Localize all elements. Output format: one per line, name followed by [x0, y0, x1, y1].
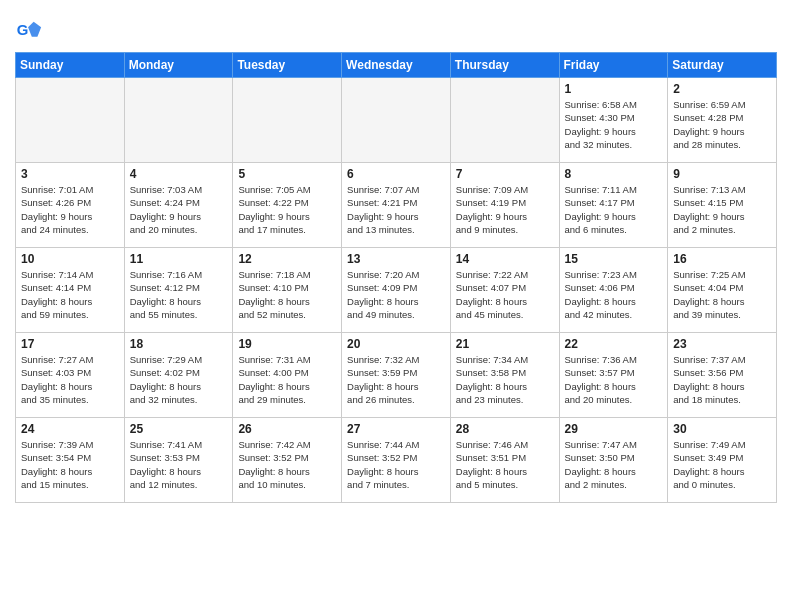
calendar-table: SundayMondayTuesdayWednesdayThursdayFrid…: [15, 52, 777, 503]
day-info: Sunrise: 7:37 AMSunset: 3:56 PMDaylight:…: [673, 353, 771, 406]
calendar-cell: [233, 78, 342, 163]
day-number: 16: [673, 252, 771, 266]
calendar-cell: 11Sunrise: 7:16 AMSunset: 4:12 PMDayligh…: [124, 248, 233, 333]
day-info: Sunrise: 7:25 AMSunset: 4:04 PMDaylight:…: [673, 268, 771, 321]
day-info: Sunrise: 7:41 AMSunset: 3:53 PMDaylight:…: [130, 438, 228, 491]
day-number: 3: [21, 167, 119, 181]
calendar-cell: 2Sunrise: 6:59 AMSunset: 4:28 PMDaylight…: [668, 78, 777, 163]
weekday-header-friday: Friday: [559, 53, 668, 78]
logo-icon: G: [15, 18, 43, 46]
weekday-header-monday: Monday: [124, 53, 233, 78]
calendar-cell: 3Sunrise: 7:01 AMSunset: 4:26 PMDaylight…: [16, 163, 125, 248]
calendar-cell: 19Sunrise: 7:31 AMSunset: 4:00 PMDayligh…: [233, 333, 342, 418]
day-number: 1: [565, 82, 663, 96]
day-info: Sunrise: 6:59 AMSunset: 4:28 PMDaylight:…: [673, 98, 771, 151]
weekday-header-wednesday: Wednesday: [342, 53, 451, 78]
calendar-cell: 14Sunrise: 7:22 AMSunset: 4:07 PMDayligh…: [450, 248, 559, 333]
day-number: 6: [347, 167, 445, 181]
svg-marker-1: [28, 22, 41, 37]
calendar-cell: [342, 78, 451, 163]
day-info: Sunrise: 7:03 AMSunset: 4:24 PMDaylight:…: [130, 183, 228, 236]
calendar-cell: 24Sunrise: 7:39 AMSunset: 3:54 PMDayligh…: [16, 418, 125, 503]
day-number: 12: [238, 252, 336, 266]
calendar-cell: 4Sunrise: 7:03 AMSunset: 4:24 PMDaylight…: [124, 163, 233, 248]
day-number: 27: [347, 422, 445, 436]
calendar-cell: 5Sunrise: 7:05 AMSunset: 4:22 PMDaylight…: [233, 163, 342, 248]
day-number: 17: [21, 337, 119, 351]
day-info: Sunrise: 7:29 AMSunset: 4:02 PMDaylight:…: [130, 353, 228, 406]
day-number: 11: [130, 252, 228, 266]
calendar-cell: 28Sunrise: 7:46 AMSunset: 3:51 PMDayligh…: [450, 418, 559, 503]
week-row-4: 24Sunrise: 7:39 AMSunset: 3:54 PMDayligh…: [16, 418, 777, 503]
calendar-cell: [450, 78, 559, 163]
calendar-cell: 12Sunrise: 7:18 AMSunset: 4:10 PMDayligh…: [233, 248, 342, 333]
calendar-cell: [124, 78, 233, 163]
calendar-cell: 13Sunrise: 7:20 AMSunset: 4:09 PMDayligh…: [342, 248, 451, 333]
calendar-cell: 9Sunrise: 7:13 AMSunset: 4:15 PMDaylight…: [668, 163, 777, 248]
day-info: Sunrise: 7:22 AMSunset: 4:07 PMDaylight:…: [456, 268, 554, 321]
day-info: Sunrise: 7:27 AMSunset: 4:03 PMDaylight:…: [21, 353, 119, 406]
calendar-cell: 16Sunrise: 7:25 AMSunset: 4:04 PMDayligh…: [668, 248, 777, 333]
day-info: Sunrise: 7:09 AMSunset: 4:19 PMDaylight:…: [456, 183, 554, 236]
day-number: 15: [565, 252, 663, 266]
weekday-header-sunday: Sunday: [16, 53, 125, 78]
day-number: 28: [456, 422, 554, 436]
calendar-cell: 20Sunrise: 7:32 AMSunset: 3:59 PMDayligh…: [342, 333, 451, 418]
calendar-cell: 29Sunrise: 7:47 AMSunset: 3:50 PMDayligh…: [559, 418, 668, 503]
day-info: Sunrise: 7:18 AMSunset: 4:10 PMDaylight:…: [238, 268, 336, 321]
day-info: Sunrise: 7:01 AMSunset: 4:26 PMDaylight:…: [21, 183, 119, 236]
day-info: Sunrise: 7:34 AMSunset: 3:58 PMDaylight:…: [456, 353, 554, 406]
day-info: Sunrise: 7:16 AMSunset: 4:12 PMDaylight:…: [130, 268, 228, 321]
calendar-cell: 25Sunrise: 7:41 AMSunset: 3:53 PMDayligh…: [124, 418, 233, 503]
calendar-cell: 27Sunrise: 7:44 AMSunset: 3:52 PMDayligh…: [342, 418, 451, 503]
calendar-cell: 18Sunrise: 7:29 AMSunset: 4:02 PMDayligh…: [124, 333, 233, 418]
day-info: Sunrise: 7:44 AMSunset: 3:52 PMDaylight:…: [347, 438, 445, 491]
calendar-cell: 10Sunrise: 7:14 AMSunset: 4:14 PMDayligh…: [16, 248, 125, 333]
calendar-cell: 23Sunrise: 7:37 AMSunset: 3:56 PMDayligh…: [668, 333, 777, 418]
day-info: Sunrise: 7:46 AMSunset: 3:51 PMDaylight:…: [456, 438, 554, 491]
day-info: Sunrise: 7:47 AMSunset: 3:50 PMDaylight:…: [565, 438, 663, 491]
day-number: 19: [238, 337, 336, 351]
day-info: Sunrise: 6:58 AMSunset: 4:30 PMDaylight:…: [565, 98, 663, 151]
calendar-cell: 1Sunrise: 6:58 AMSunset: 4:30 PMDaylight…: [559, 78, 668, 163]
calendar-cell: 15Sunrise: 7:23 AMSunset: 4:06 PMDayligh…: [559, 248, 668, 333]
day-number: 5: [238, 167, 336, 181]
week-row-1: 3Sunrise: 7:01 AMSunset: 4:26 PMDaylight…: [16, 163, 777, 248]
day-number: 14: [456, 252, 554, 266]
svg-text:G: G: [17, 21, 29, 38]
day-number: 25: [130, 422, 228, 436]
day-info: Sunrise: 7:42 AMSunset: 3:52 PMDaylight:…: [238, 438, 336, 491]
calendar-cell: 26Sunrise: 7:42 AMSunset: 3:52 PMDayligh…: [233, 418, 342, 503]
day-number: 21: [456, 337, 554, 351]
calendar-cell: 6Sunrise: 7:07 AMSunset: 4:21 PMDaylight…: [342, 163, 451, 248]
day-number: 4: [130, 167, 228, 181]
calendar-cell: [16, 78, 125, 163]
day-number: 23: [673, 337, 771, 351]
week-row-0: 1Sunrise: 6:58 AMSunset: 4:30 PMDaylight…: [16, 78, 777, 163]
header: G: [15, 10, 777, 46]
day-number: 13: [347, 252, 445, 266]
day-number: 18: [130, 337, 228, 351]
week-row-2: 10Sunrise: 7:14 AMSunset: 4:14 PMDayligh…: [16, 248, 777, 333]
day-number: 26: [238, 422, 336, 436]
calendar-cell: 7Sunrise: 7:09 AMSunset: 4:19 PMDaylight…: [450, 163, 559, 248]
day-number: 22: [565, 337, 663, 351]
day-info: Sunrise: 7:31 AMSunset: 4:00 PMDaylight:…: [238, 353, 336, 406]
day-number: 7: [456, 167, 554, 181]
day-number: 24: [21, 422, 119, 436]
day-info: Sunrise: 7:32 AMSunset: 3:59 PMDaylight:…: [347, 353, 445, 406]
day-info: Sunrise: 7:11 AMSunset: 4:17 PMDaylight:…: [565, 183, 663, 236]
day-number: 10: [21, 252, 119, 266]
day-number: 20: [347, 337, 445, 351]
day-info: Sunrise: 7:20 AMSunset: 4:09 PMDaylight:…: [347, 268, 445, 321]
calendar-cell: 17Sunrise: 7:27 AMSunset: 4:03 PMDayligh…: [16, 333, 125, 418]
day-number: 8: [565, 167, 663, 181]
logo: G: [15, 18, 45, 46]
day-number: 30: [673, 422, 771, 436]
weekday-header-tuesday: Tuesday: [233, 53, 342, 78]
calendar-cell: 21Sunrise: 7:34 AMSunset: 3:58 PMDayligh…: [450, 333, 559, 418]
day-info: Sunrise: 7:49 AMSunset: 3:49 PMDaylight:…: [673, 438, 771, 491]
calendar-cell: 8Sunrise: 7:11 AMSunset: 4:17 PMDaylight…: [559, 163, 668, 248]
day-number: 2: [673, 82, 771, 96]
day-info: Sunrise: 7:13 AMSunset: 4:15 PMDaylight:…: [673, 183, 771, 236]
